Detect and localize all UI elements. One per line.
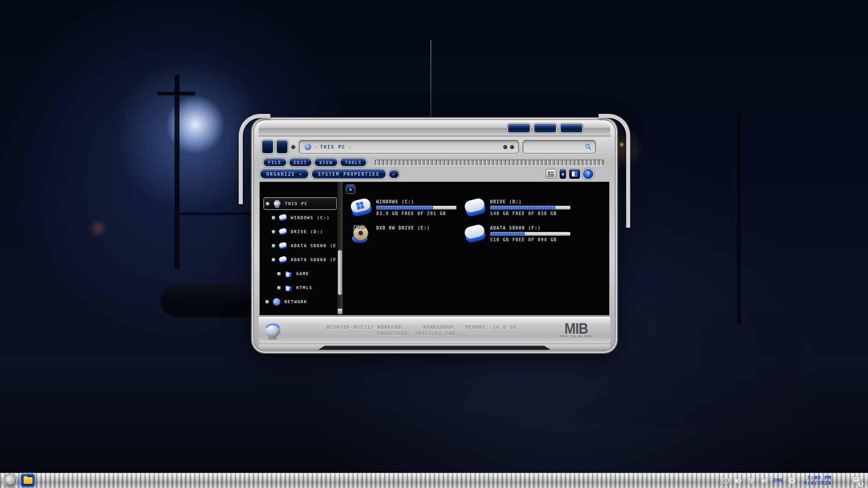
preview-pane-icon [571,170,578,178]
preview-pane-button[interactable] [569,169,580,179]
drive-name: DRIVE (D:) [490,199,571,204]
tree-expand-bullet[interactable] [277,286,281,290]
drive-tile[interactable]: WINDOWS (C:) 83.9 GB FREE OF 291 GB [349,197,462,218]
close-button[interactable] [561,124,582,132]
notification-center-button[interactable]: 5 [852,476,861,486]
taskbar-explorer-button[interactable] [21,474,35,487]
drive-name: WINDOWS (C:) [376,199,457,204]
drive-free-space: 510 GB FREE OF 894 GB [490,237,571,242]
drive-tile[interactable]: DRIVE (D:) 148 GB FREE OF 838 GB [463,197,576,218]
wallpaper-lamppost [175,75,179,269]
orb-icon [262,320,283,341]
battery-icon[interactable] [734,477,742,485]
wallpaper-antenna [430,40,431,121]
sidebar-item[interactable]: ADATA SD600 (E:) [270,239,337,252]
processor-label: PROCESSOR: INTEL(R) COR... [377,331,466,336]
globe-icon [304,143,312,151]
title-bar[interactable] [259,120,610,136]
drive-tile[interactable]: DVD RW DRIVE (E:) [349,224,462,244]
recent-locations-button[interactable] [291,145,295,149]
notification-badge: 5 [858,481,864,488]
forward-button[interactable] [277,141,288,153]
toolbar: ORGANIZE ▾ SYSTEM PROPERTIES » ▾ ? [259,167,610,181]
wifi-icon[interactable] [747,477,755,485]
list-view-icon [547,170,555,178]
sidebar-item-label: ADATA SD600 (E:) [291,243,343,248]
drive-icon [349,224,373,244]
volume-icon[interactable] [760,477,769,485]
gear-icon[interactable] [788,477,796,485]
scrollbar-thumb[interactable] [338,250,342,295]
capacity-bar [376,206,457,210]
sidebar-item[interactable]: DRIVE (D:) [270,225,337,238]
sidebar-item[interactable]: ADATA SD600 (F:) [270,253,337,266]
minimize-button[interactable] [508,124,530,132]
tree-expand-bullet[interactable] [272,244,275,248]
grip-texture [375,160,604,165]
breadcrumb-chevron: › [315,145,317,150]
language-indicator[interactable]: ENG [774,478,783,483]
sidebar-item-label: HTML5 [296,285,312,290]
drive-free-space: 83.9 GB FREE OF 291 GB [376,211,457,216]
wallpaper-lamp-arm [157,92,195,95]
sidebar-item[interactable]: GAME [275,267,337,280]
sidebar-tree: THIS PC WINDOWS (C:) DRIVE (D:) ADATA SD… [260,182,337,315]
scrollbar-down-button[interactable] [338,309,342,314]
search-input[interactable] [527,145,585,150]
toolbar-overflow-button[interactable]: » [389,170,399,178]
system-properties-button[interactable]: SYSTEM PROPERTIES [312,169,385,178]
sidebar-item-label: DRIVE (D:) [291,229,323,234]
up-one-level-button[interactable]: ▲ [346,185,355,193]
sidebar-item[interactable]: THIS PC [264,197,337,210]
navigation-row: › THIS PC › [259,136,610,157]
help-button[interactable]: ? [583,169,593,179]
maximize-button[interactable] [534,124,556,132]
sidebar-item-icon [278,213,288,222]
capacity-bar [490,232,571,236]
frame-brace-left [239,114,270,204]
sidebar-item[interactable]: HTML5 [275,282,337,294]
view-dropdown-button[interactable]: ▾ [560,169,566,179]
drive-icon [349,197,373,218]
hidden-icons-button[interactable] [722,477,729,484]
address-dropdown-button[interactable] [503,145,507,149]
sidebar-item[interactable]: WINDOWS (C:) [270,211,337,224]
drive-icon [463,224,487,244]
menu-view[interactable]: VIEW [315,159,337,166]
refresh-button[interactable] [510,145,514,149]
sidebar-item-label: GAME [296,271,309,276]
tree-expand-bullet[interactable] [265,300,269,304]
drive-name: DVD RW DRIVE (E:) [376,225,430,230]
start-button[interactable] [5,475,16,487]
sidebar-item-label: ADATA SD600 (F:) [291,257,343,262]
sidebar-item-icon [278,255,288,264]
clock-time: 3:08 PM [804,475,831,481]
sidebar-scrollbar[interactable] [337,182,343,315]
tree-expand-bullet[interactable] [277,272,281,276]
address-bar[interactable]: › THIS PC › [299,140,519,154]
menu-bar: FILEEDITVIEWTOOLS [259,157,610,167]
menu-edit[interactable]: EDIT [289,159,312,166]
taskbar: ENG 3:08 PM 9/4/2024 5 [0,473,868,488]
breadcrumb-chevron: › [348,145,351,150]
tree-expand-bullet[interactable] [272,258,275,262]
change-view-button[interactable] [546,169,557,179]
sidebar-item[interactable]: NETWORK [264,296,337,308]
clock[interactable]: 3:08 PM 9/4/2024 [804,475,831,486]
breadcrumb[interactable]: THIS PC [320,145,345,150]
sidebar-item-icon [273,199,282,208]
drive-icon [463,197,487,218]
tree-expand-bullet[interactable] [272,230,275,234]
tree-expand-bullet[interactable] [272,216,275,220]
sidebar-item-icon [278,227,288,236]
drive-tile[interactable]: ADATA SD600 (F:) 510 GB FREE OF 894 GB [463,224,576,244]
sidebar-item-label: THIS PC [285,201,308,206]
sidebar-item-label: WINDOWS (C:) [291,215,330,220]
folder-icon [24,477,33,484]
search-box[interactable] [523,140,596,154]
explorer-window: › THIS PC › FILEEDITVIEWTOOLS ORGANIZE ▾… [254,120,615,351]
sidebar-item-icon [284,283,293,292]
menu-tools[interactable]: TOOLS [340,159,366,166]
computer-name: DESKTOP-M5F217 WORKGRO... [326,325,411,330]
drive-free-space: 148 GB FREE OF 838 GB [490,211,571,216]
